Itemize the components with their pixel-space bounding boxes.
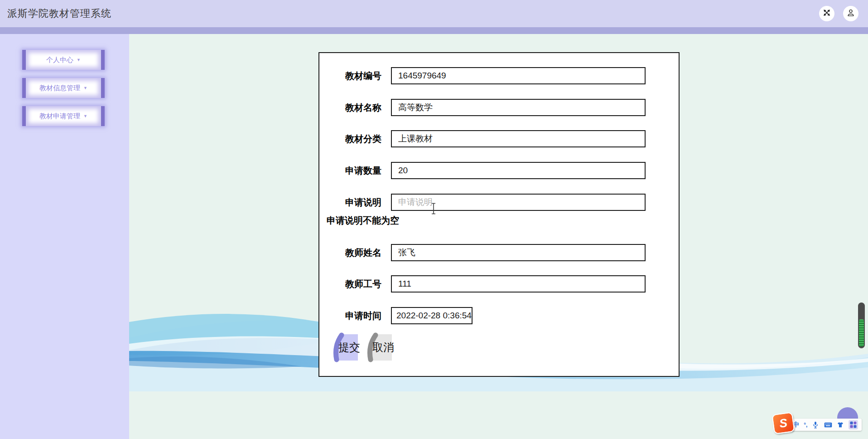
user-icon bbox=[846, 8, 856, 20]
keyboard-icon[interactable] bbox=[824, 422, 832, 428]
sidebar-item-personal-center[interactable]: 个人中心 ▼ bbox=[22, 50, 105, 70]
sidebar-item-label: 教材信息管理 bbox=[39, 84, 80, 93]
sidebar-item-textbook-info[interactable]: 教材信息管理 ▼ bbox=[22, 78, 105, 98]
field-label: 申请数量 bbox=[319, 162, 381, 179]
sidebar: 个人中心 ▼ 教材信息管理 ▼ 教材申请管理 ▼ bbox=[0, 34, 129, 439]
capture-indicator bbox=[858, 302, 865, 348]
cancel-button[interactable]: 取消 bbox=[366, 334, 392, 361]
form-row: 教师姓名 bbox=[319, 244, 679, 261]
chevron-down-icon: ▼ bbox=[83, 114, 87, 118]
teacher-id-input[interactable] bbox=[391, 275, 646, 293]
field-label: 教材名称 bbox=[319, 99, 381, 116]
text-cursor bbox=[431, 203, 436, 216]
submit-button-label: 提交 bbox=[338, 334, 360, 361]
field-label: 教材编号 bbox=[319, 67, 381, 84]
user-button[interactable] bbox=[843, 6, 858, 21]
cancel-button-label: 取消 bbox=[372, 334, 394, 361]
form-row: 申请时间 bbox=[319, 307, 679, 324]
app-title: 派斯学院教材管理系统 bbox=[7, 0, 111, 27]
skin-icon[interactable] bbox=[837, 421, 844, 429]
textbook-category-input[interactable] bbox=[391, 130, 646, 147]
sidebar-item-label: 教材申请管理 bbox=[39, 112, 80, 121]
chevron-down-icon: ▼ bbox=[77, 58, 81, 62]
apply-note-input[interactable] bbox=[391, 194, 646, 211]
main-content: 教材编号 教材名称 教材分类 申请数量 申请说明 申请说明不能为空 教师姓名 教… bbox=[129, 34, 868, 439]
ime-logo[interactable]: S bbox=[772, 412, 795, 434]
form-row: 申请数量 bbox=[319, 162, 679, 179]
header-bar: 派斯学院教材管理系统 bbox=[0, 0, 868, 27]
header-divider bbox=[0, 27, 868, 34]
form-row: 教材名称 bbox=[319, 99, 679, 116]
microphone-icon[interactable] bbox=[812, 421, 819, 429]
textbook-name-input[interactable] bbox=[391, 99, 646, 116]
field-label: 教师工号 bbox=[319, 275, 381, 293]
apply-time-input[interactable] bbox=[391, 307, 473, 324]
field-label: 教师姓名 bbox=[319, 244, 381, 261]
chevron-down-icon: ▼ bbox=[83, 86, 87, 90]
apply-quantity-input[interactable] bbox=[391, 162, 646, 179]
ime-punctuation-toggle[interactable]: °, bbox=[804, 422, 807, 428]
submit-button[interactable]: 提交 bbox=[333, 334, 358, 361]
form-panel: 教材编号 教材名称 教材分类 申请数量 申请说明 申请说明不能为空 教师姓名 教… bbox=[318, 52, 680, 377]
ime-menu-grid-icon[interactable] bbox=[849, 420, 858, 429]
field-label: 教材分类 bbox=[319, 130, 381, 147]
form-row: 申请说明 bbox=[319, 194, 679, 211]
validation-error: 申请说明不能为空 bbox=[327, 215, 399, 227]
form-row: 教材编号 bbox=[319, 67, 679, 84]
field-label: 申请时间 bbox=[319, 307, 381, 324]
field-label: 申请说明 bbox=[319, 194, 381, 211]
textbook-id-input[interactable] bbox=[391, 67, 646, 84]
teacher-name-input[interactable] bbox=[391, 244, 646, 261]
sidebar-item-label: 个人中心 bbox=[46, 56, 73, 64]
sidebar-item-textbook-apply[interactable]: 教材申请管理 ▼ bbox=[22, 106, 105, 126]
form-row: 教师工号 bbox=[319, 275, 679, 293]
ime-toolbar: 中 °, bbox=[789, 419, 862, 431]
fullscreen-button[interactable] bbox=[819, 6, 834, 21]
form-row: 教材分类 bbox=[319, 130, 679, 147]
fullscreen-icon bbox=[822, 8, 832, 20]
